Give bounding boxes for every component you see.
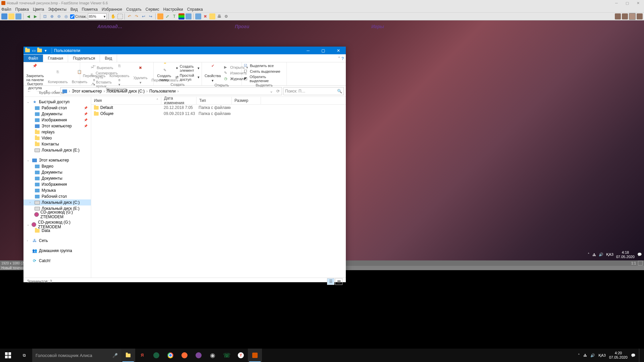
tool-wall2-icon[interactable] (622, 13, 628, 19)
mic-icon[interactable]: 🎤 (112, 353, 118, 358)
tool-wall4-icon[interactable] (637, 13, 643, 19)
explorer-maximize-button[interactable]: ▢ (316, 47, 331, 54)
tool-delete-icon[interactable]: ✖ (202, 13, 208, 19)
crumb-c[interactable]: Локальный диск (C:) (106, 89, 146, 94)
tool-undo-icon[interactable]: ↩ (141, 13, 147, 19)
nav-item[interactable]: Контакты (23, 141, 91, 147)
menu-effects[interactable]: Эффекты (48, 7, 67, 12)
tool-zoom-out-icon[interactable]: ⊖ (56, 13, 62, 19)
nav-forward-button[interactable]: → (34, 87, 42, 95)
menu-tag[interactable]: Пометка (82, 7, 98, 12)
pin-chrome[interactable] (163, 349, 177, 362)
delete-button[interactable]: ✖Удалить▾ (132, 65, 149, 85)
nav-item[interactable]: Документы (23, 175, 91, 181)
breadcrumb[interactable]: › Этот компьютер› Локальный диск (C:)› П… (60, 87, 282, 95)
selectnone-button[interactable]: ☐Снять выделение (243, 69, 285, 74)
maximize-button[interactable]: ▢ (623, 0, 632, 6)
nav-back-button[interactable]: ← (25, 87, 33, 95)
close-button[interactable]: ✕ (633, 0, 643, 6)
show-desktop-button[interactable] (639, 349, 641, 362)
nav-item[interactable]: Этот компьютер📌 (23, 123, 91, 129)
chevron-up-icon[interactable]: ˄ (338, 56, 340, 61)
nav-item[interactable]: ›Локальный диск (C:) (23, 199, 91, 205)
qat-folder-icon[interactable] (25, 48, 30, 53)
moveto-button[interactable]: ➵Переместить в▾ (82, 63, 107, 87)
tray-volume-icon[interactable]: 🔊 (590, 353, 595, 358)
nav-homegroup[interactable]: 👥Домашняя группа (23, 248, 91, 254)
minimize-button[interactable]: ─ (612, 0, 621, 6)
crumb-pc[interactable]: Этот компьютер (71, 89, 103, 94)
newfolder-button[interactable]: Создать папку (155, 63, 173, 82)
menu-tools[interactable]: Сервис (146, 7, 159, 12)
col-type[interactable]: Тип (197, 97, 232, 104)
menu-create[interactable]: Создать (126, 7, 142, 12)
nav-catch[interactable]: ⟳Catch! (23, 258, 91, 264)
nav-quick-access[interactable]: ⌄★Быстрый доступ (23, 99, 91, 105)
taskview-button[interactable]: ⧉ (16, 349, 32, 362)
file-row[interactable]: Default20.12.2018 7:05Папка с файлами (91, 105, 346, 111)
menu-edit[interactable]: Правка (15, 7, 29, 12)
tool-hand-icon[interactable]: ✋ (110, 13, 116, 19)
nav-item[interactable]: Видео (23, 163, 91, 169)
ribbon-help[interactable]: ˄? (336, 55, 346, 62)
nav-item[interactable]: replays (23, 129, 91, 135)
explorer-close-button[interactable]: ✕ (331, 47, 346, 54)
nav-recent-button[interactable]: ▼ (43, 87, 50, 95)
tool-slideshow-icon[interactable] (195, 13, 201, 19)
tool-redo-icon[interactable]: ↪ (148, 13, 154, 19)
view-icons-button[interactable]: ▦ (335, 278, 342, 285)
nav-item[interactable]: Рабочий стол📌 (23, 105, 91, 111)
tool-next-icon[interactable]: ▶ (32, 13, 38, 19)
search-input[interactable]: Поиск: П… 🔍 (283, 87, 344, 95)
tray-lang[interactable]: ҚАЗ (598, 353, 606, 358)
tool-email-icon[interactable] (209, 13, 215, 19)
help-icon[interactable]: ? (341, 56, 344, 61)
nav-item[interactable]: Музыка (23, 187, 91, 193)
col-name[interactable]: Имя˄ (91, 97, 161, 104)
tray-network-icon[interactable]: 🖧 (583, 353, 587, 357)
explorer-minimize-button[interactable]: ─ (301, 47, 316, 54)
menu-favorites[interactable]: Избранное (102, 7, 122, 12)
faststone-viewport[interactable]: Апплоад… Проги Игры ˄ 🖧 🔊 ҚАЗ 4:1807.05.… (0, 20, 644, 260)
tool-resize-icon[interactable]: ⤢ (164, 13, 170, 19)
nav-network[interactable]: ›🖧Сеть (23, 238, 91, 244)
col-size[interactable]: Размер (232, 97, 261, 104)
nav-item[interactable]: Изображения📌 (23, 117, 91, 123)
nav-this-pc[interactable]: ⌄Этот компьютер (23, 157, 91, 163)
nav-item[interactable]: Документы (23, 169, 91, 175)
zoom-field[interactable]: 85%▾ (88, 13, 107, 19)
tool-open-icon[interactable] (8, 13, 14, 19)
tray-notifications-icon[interactable]: 💬 (631, 353, 636, 358)
newitem-button[interactable]: ✦Создать элемент▾ (175, 64, 200, 73)
pin-steam[interactable]: ◉ (206, 349, 220, 362)
pin-app2[interactable] (177, 349, 192, 362)
view-details-button[interactable]: ☰ (327, 278, 334, 285)
taskbar-search[interactable]: Голосовой помощник Алиса 🎤 (32, 349, 121, 362)
nav-item[interactable]: Локальный диск (E:) (23, 147, 91, 153)
addr-refresh-icon[interactable]: ⟳ (275, 89, 281, 94)
selectall-button[interactable]: ☑Выделить все (243, 63, 285, 68)
tool-wall3-icon[interactable] (629, 13, 636, 20)
qat-new-icon[interactable] (37, 48, 42, 53)
nav-item[interactable]: Изображения (23, 181, 91, 187)
tab-share[interactable]: Поделиться (68, 55, 100, 62)
nav-cd[interactable]: ⌄CD-дисковод (G:) ZTEMODEM (23, 222, 91, 228)
tool-actual-icon[interactable]: ◎ (63, 13, 69, 19)
start-button[interactable] (0, 349, 16, 362)
tool-compare-icon[interactable] (185, 13, 192, 19)
pin-explorer[interactable] (121, 349, 135, 362)
tab-file[interactable]: Файл (23, 55, 43, 62)
nav-item[interactable]: Рабочий стол (23, 193, 91, 199)
tool-zoom-in-icon[interactable]: ⊕ (49, 13, 55, 19)
nav-item[interactable]: Документы📌 (23, 111, 91, 117)
nav-up-button[interactable]: ↑ (52, 87, 59, 95)
menu-settings[interactable]: Настройки (163, 7, 183, 12)
col-date[interactable]: Дата изменения (161, 97, 197, 104)
tool-settings-icon[interactable]: ⚙ (223, 13, 229, 19)
addr-dropdown-icon[interactable]: ⌄ (268, 89, 274, 94)
menu-file[interactable]: Файл (1, 7, 11, 12)
pin-faststone[interactable] (248, 349, 262, 362)
tool-text-icon[interactable]: T (171, 13, 177, 19)
qat-dropdown-icon[interactable]: ▾ (43, 48, 48, 53)
pin-whatsapp[interactable]: ☏ (220, 349, 234, 362)
